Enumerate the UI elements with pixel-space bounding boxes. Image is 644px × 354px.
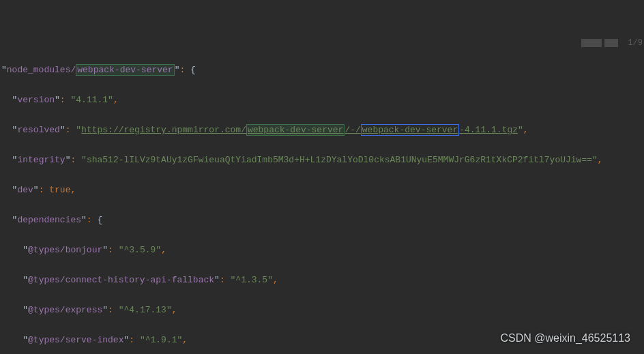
watermark: CSDN @weixin_46525113 (500, 331, 630, 346)
highlight-blue: webpack-dev-server (361, 124, 459, 136)
root-key-prefix: node_modules/ (7, 65, 76, 75)
resolved-url[interactable]: https://registry.npmmirror.com/webpack-d… (81, 124, 518, 136)
highlight-green-1: webpack-dev-server (76, 64, 174, 76)
json-line-integrity: "integrity": "sha512-lILVz9tAUy1zGFwieua… (0, 153, 644, 168)
json-line-root: "node_modules/webpack-dev-server": { (0, 63, 644, 78)
search-result-indicator: 1/9 (581, 35, 643, 50)
dep-line: "@types/express": "^4.17.13", (0, 303, 644, 318)
dep-line: "@types/connect-history-api-fallback": "… (0, 273, 644, 288)
json-line-dev: "dev": true, (0, 183, 644, 198)
json-line-resolved: "resolved": "https://registry.npmmirror.… (0, 123, 644, 138)
dep-line: "@types/bonjour": "^3.5.9", (0, 243, 644, 258)
json-line-version: "version": "4.11.1", (0, 93, 644, 108)
highlight-green-2: webpack-dev-server (246, 124, 345, 136)
json-line-deps: "dependencies": { (0, 213, 644, 228)
